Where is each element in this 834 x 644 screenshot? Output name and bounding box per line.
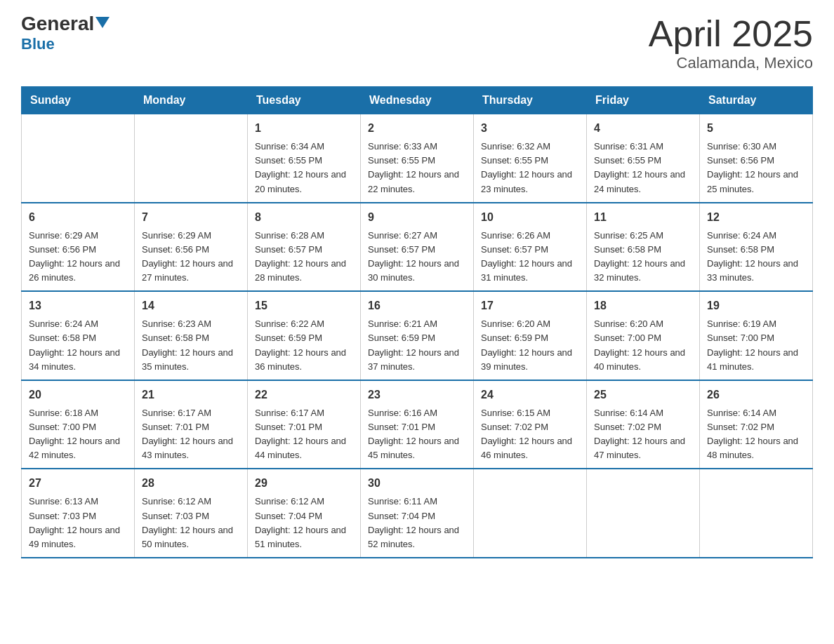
day-number: 19 [707,297,805,314]
day-number: 25 [594,387,692,403]
calendar-cell: 29Sunrise: 6:12 AM Sunset: 7:04 PM Dayli… [248,469,361,558]
day-number: 9 [368,209,466,226]
calendar-cell: 27Sunrise: 6:13 AM Sunset: 7:03 PM Dayli… [22,469,135,558]
day-info: Sunrise: 6:20 AM Sunset: 6:59 PM Dayligh… [481,317,579,374]
day-number: 12 [707,209,805,226]
calendar-cell: 28Sunrise: 6:12 AM Sunset: 7:03 PM Dayli… [135,469,248,558]
day-number: 3 [481,120,579,137]
day-number: 20 [29,387,127,403]
day-number: 18 [594,297,692,314]
calendar-cell: 7Sunrise: 6:29 AM Sunset: 6:56 PM Daylig… [135,203,248,292]
calendar-cell: 16Sunrise: 6:21 AM Sunset: 6:59 PM Dayli… [361,291,474,380]
day-info: Sunrise: 6:17 AM Sunset: 7:01 PM Dayligh… [255,406,353,463]
calendar-cell: 12Sunrise: 6:24 AM Sunset: 6:58 PM Dayli… [700,203,813,292]
calendar-header-thursday: Thursday [474,87,587,114]
day-number: 13 [29,297,127,314]
calendar-cell [474,469,587,558]
day-number: 14 [142,297,240,314]
calendar-week-row: 6Sunrise: 6:29 AM Sunset: 6:56 PM Daylig… [22,203,813,292]
day-number: 1 [255,120,353,137]
day-info: Sunrise: 6:13 AM Sunset: 7:03 PM Dayligh… [29,495,127,551]
calendar-cell: 14Sunrise: 6:23 AM Sunset: 6:58 PM Dayli… [135,291,248,380]
calendar-header-saturday: Saturday [700,87,813,114]
day-info: Sunrise: 6:34 AM Sunset: 6:55 PM Dayligh… [255,140,353,196]
day-info: Sunrise: 6:21 AM Sunset: 6:59 PM Dayligh… [368,317,466,374]
day-info: Sunrise: 6:19 AM Sunset: 7:00 PM Dayligh… [707,317,805,374]
logo-triangle-icon [95,17,110,28]
calendar-cell: 22Sunrise: 6:17 AM Sunset: 7:01 PM Dayli… [248,380,361,469]
day-info: Sunrise: 6:23 AM Sunset: 6:58 PM Dayligh… [142,317,240,374]
day-info: Sunrise: 6:20 AM Sunset: 7:00 PM Dayligh… [594,317,692,374]
calendar-cell: 30Sunrise: 6:11 AM Sunset: 7:04 PM Dayli… [361,469,474,558]
title-area: April 2025 Calamanda, Mexico [649,14,813,72]
logo: General Blue [21,14,110,53]
calendar-cell: 21Sunrise: 6:17 AM Sunset: 7:01 PM Dayli… [135,380,248,469]
day-info: Sunrise: 6:26 AM Sunset: 6:57 PM Dayligh… [481,229,579,286]
day-info: Sunrise: 6:29 AM Sunset: 6:56 PM Dayligh… [142,229,240,286]
day-info: Sunrise: 6:18 AM Sunset: 7:00 PM Dayligh… [29,406,127,463]
day-number: 10 [481,209,579,226]
month-title: April 2025 [649,14,813,54]
day-info: Sunrise: 6:24 AM Sunset: 6:58 PM Dayligh… [707,229,805,286]
day-number: 15 [255,297,353,314]
day-info: Sunrise: 6:25 AM Sunset: 6:58 PM Dayligh… [594,229,692,286]
calendar-cell: 5Sunrise: 6:30 AM Sunset: 6:56 PM Daylig… [700,114,813,203]
day-number: 16 [368,297,466,314]
day-number: 6 [29,209,127,226]
calendar-cell: 3Sunrise: 6:32 AM Sunset: 6:55 PM Daylig… [474,114,587,203]
calendar-header-wednesday: Wednesday [361,87,474,114]
calendar-cell: 18Sunrise: 6:20 AM Sunset: 7:00 PM Dayli… [587,291,700,380]
calendar-cell: 4Sunrise: 6:31 AM Sunset: 6:55 PM Daylig… [587,114,700,203]
day-info: Sunrise: 6:24 AM Sunset: 6:58 PM Dayligh… [29,317,127,374]
day-number: 26 [707,387,805,403]
logo-blue: Blue [21,35,55,53]
day-info: Sunrise: 6:14 AM Sunset: 7:02 PM Dayligh… [707,406,805,463]
calendar-table: SundayMondayTuesdayWednesdayThursdayFrid… [21,86,813,558]
day-info: Sunrise: 6:22 AM Sunset: 6:59 PM Dayligh… [255,317,353,374]
calendar-cell: 6Sunrise: 6:29 AM Sunset: 6:56 PM Daylig… [22,203,135,292]
calendar-cell [587,469,700,558]
day-number: 17 [481,297,579,314]
calendar-cell: 24Sunrise: 6:15 AM Sunset: 7:02 PM Dayli… [474,380,587,469]
calendar-header-friday: Friday [587,87,700,114]
day-info: Sunrise: 6:12 AM Sunset: 7:04 PM Dayligh… [255,495,353,551]
calendar-cell [22,114,135,203]
day-number: 11 [594,209,692,226]
calendar-cell: 17Sunrise: 6:20 AM Sunset: 6:59 PM Dayli… [474,291,587,380]
calendar-cell: 26Sunrise: 6:14 AM Sunset: 7:02 PM Dayli… [700,380,813,469]
day-info: Sunrise: 6:15 AM Sunset: 7:02 PM Dayligh… [481,406,579,463]
calendar-header-monday: Monday [135,87,248,114]
calendar-week-row: 20Sunrise: 6:18 AM Sunset: 7:00 PM Dayli… [22,380,813,469]
location: Calamanda, Mexico [649,54,813,72]
day-info: Sunrise: 6:11 AM Sunset: 7:04 PM Dayligh… [368,495,466,551]
calendar-week-row: 27Sunrise: 6:13 AM Sunset: 7:03 PM Dayli… [22,469,813,558]
day-info: Sunrise: 6:16 AM Sunset: 7:01 PM Dayligh… [368,406,466,463]
day-info: Sunrise: 6:29 AM Sunset: 6:56 PM Dayligh… [29,229,127,286]
day-info: Sunrise: 6:31 AM Sunset: 6:55 PM Dayligh… [594,140,692,196]
day-number: 28 [142,475,240,492]
day-number: 8 [255,209,353,226]
day-info: Sunrise: 6:14 AM Sunset: 7:02 PM Dayligh… [594,406,692,463]
day-number: 5 [707,120,805,137]
day-number: 22 [255,387,353,403]
calendar-cell [700,469,813,558]
day-number: 23 [368,387,466,403]
calendar-cell: 10Sunrise: 6:26 AM Sunset: 6:57 PM Dayli… [474,203,587,292]
calendar-cell: 1Sunrise: 6:34 AM Sunset: 6:55 PM Daylig… [248,114,361,203]
calendar-week-row: 13Sunrise: 6:24 AM Sunset: 6:58 PM Dayli… [22,291,813,380]
calendar-week-row: 1Sunrise: 6:34 AM Sunset: 6:55 PM Daylig… [22,114,813,203]
calendar-cell [135,114,248,203]
day-number: 21 [142,387,240,403]
day-info: Sunrise: 6:28 AM Sunset: 6:57 PM Dayligh… [255,229,353,286]
calendar-header-row: SundayMondayTuesdayWednesdayThursdayFrid… [22,87,813,114]
calendar-cell: 2Sunrise: 6:33 AM Sunset: 6:55 PM Daylig… [361,114,474,203]
calendar-cell: 13Sunrise: 6:24 AM Sunset: 6:58 PM Dayli… [22,291,135,380]
day-info: Sunrise: 6:12 AM Sunset: 7:03 PM Dayligh… [142,495,240,551]
day-number: 27 [29,475,127,492]
calendar-cell: 19Sunrise: 6:19 AM Sunset: 7:00 PM Dayli… [700,291,813,380]
day-info: Sunrise: 6:33 AM Sunset: 6:55 PM Dayligh… [368,140,466,196]
calendar-cell: 9Sunrise: 6:27 AM Sunset: 6:57 PM Daylig… [361,203,474,292]
calendar-header-tuesday: Tuesday [248,87,361,114]
day-info: Sunrise: 6:32 AM Sunset: 6:55 PM Dayligh… [481,140,579,196]
calendar-cell: 15Sunrise: 6:22 AM Sunset: 6:59 PM Dayli… [248,291,361,380]
